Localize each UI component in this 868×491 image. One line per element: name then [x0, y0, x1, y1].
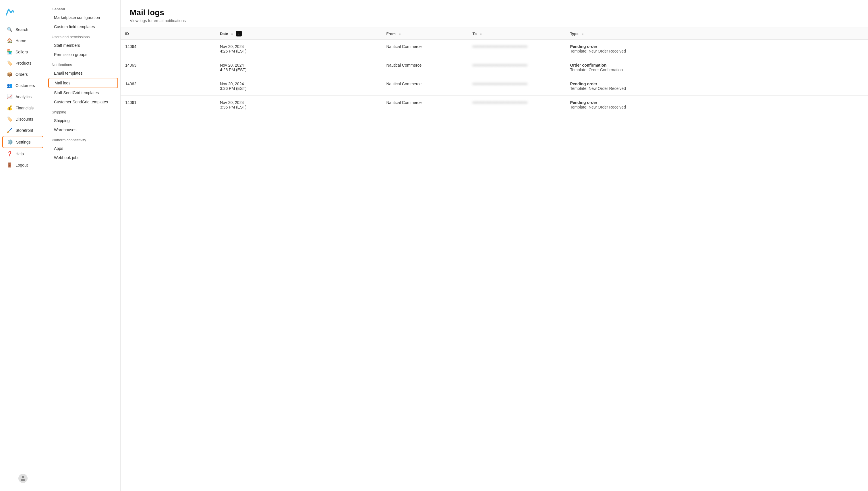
sidebar-item-label: Search: [16, 27, 28, 32]
settings-icon: ⚙️: [7, 139, 13, 145]
type-label: Pending order: [570, 82, 597, 86]
webhook-jobs-item[interactable]: Webhook jobs: [46, 153, 120, 162]
sidebar-item-label: Discounts: [16, 117, 33, 121]
cell-from: Nautical Commerce: [382, 96, 468, 114]
col-to: To ≡: [468, 28, 566, 40]
col-type-label: Type: [570, 32, 578, 36]
cell-id: 14062: [121, 77, 215, 96]
search-icon: 🔍: [7, 27, 12, 32]
col-from-label: From: [386, 32, 396, 36]
left-navigation: 🔍 Search 🏠 Home 🏪 Sellers 🏷️ Products 📦 …: [0, 0, 46, 491]
sidebar-item-customers[interactable]: 👥 Customers: [2, 80, 44, 91]
type-template: Template: New Order Received: [570, 49, 626, 53]
sidebar-item-label: Orders: [16, 72, 28, 77]
products-icon: 🏷️: [7, 60, 12, 66]
sidebar-item-label: Products: [16, 61, 31, 65]
sidebar-item-storefront[interactable]: 🖌️ Storefront: [2, 125, 44, 136]
avatar: [18, 474, 28, 483]
type-template: Template: New Order Received: [570, 86, 626, 91]
apps-item[interactable]: Apps: [46, 144, 120, 153]
sidebar-item-products[interactable]: 🏷️ Products: [2, 57, 44, 68]
cell-date: Nov 20, 20244:26 PM (EST): [215, 58, 382, 77]
notifications-header: Notifications: [46, 59, 120, 68]
sidebar-item-sellers[interactable]: 🏪 Sellers: [2, 46, 44, 57]
users-permissions-header: Users and permissions: [46, 31, 120, 41]
custom-field-templates-item[interactable]: Custom field templates: [46, 22, 120, 31]
sidebar-item-settings[interactable]: ⚙️ Settings: [2, 136, 44, 148]
date-filter-btn[interactable]: ≡: [229, 31, 235, 36]
app-logo: [5, 7, 15, 17]
sidebar-item-label: Customers: [16, 83, 35, 88]
sidebar-item-help[interactable]: ❓ Help: [2, 148, 44, 160]
email-templates-item[interactable]: Email templates: [46, 68, 120, 78]
customers-icon: 👥: [7, 83, 12, 88]
col-type: Type ≡: [566, 28, 868, 40]
date-sort-btn[interactable]: ↓: [236, 31, 242, 36]
sidebar-item-discounts[interactable]: 🏷️ Discounts: [2, 113, 44, 125]
sidebar-item-logout[interactable]: 🚪 Logout: [2, 160, 44, 171]
sidebar-item-label: Analytics: [16, 94, 32, 99]
sidebar-item-label: Logout: [16, 163, 28, 167]
from-filter-btn[interactable]: ≡: [397, 31, 403, 36]
cell-type: Pending order Template: New Order Receiv…: [566, 96, 868, 114]
financials-icon: 💰: [7, 105, 12, 111]
mail-logs-table-wrapper: ID Date ≡ ↓ From ≡: [121, 28, 868, 114]
page-header: Mail logs View logs for email notificati…: [121, 0, 868, 28]
platform-header: Platform connectivity: [46, 134, 120, 144]
to-filter-btn[interactable]: ≡: [478, 31, 484, 36]
warehouses-item[interactable]: Warehouses: [46, 125, 120, 134]
marketplace-config-item[interactable]: Marketplace configuration: [46, 13, 120, 22]
col-date: Date ≡ ↓: [215, 28, 382, 40]
type-label: Pending order: [570, 100, 597, 105]
cell-to: ••••••••••••••••••••••••••••••••••••••••…: [468, 77, 566, 96]
sidebar-item-label: Storefront: [16, 128, 33, 133]
type-template: Template: New Order Received: [570, 105, 626, 109]
col-id-label: ID: [125, 32, 129, 36]
sidebar-item-label: Help: [16, 152, 24, 156]
sidebar-item-home[interactable]: 🏠 Home: [2, 35, 44, 46]
page-subtitle: View logs for email notifications: [130, 18, 859, 23]
staff-members-item[interactable]: Staff members: [46, 41, 120, 50]
shipping-item[interactable]: Shipping: [46, 116, 120, 125]
cell-date: Nov 20, 20243:36 PM (EST): [215, 96, 382, 114]
user-avatar-area[interactable]: [0, 470, 46, 486]
col-date-label: Date: [220, 32, 228, 36]
cell-date: Nov 20, 20243:36 PM (EST): [215, 77, 382, 96]
to-blurred: ••••••••••••••••••••••••••••••••••••••••…: [472, 100, 527, 105]
settings-sidebar: General Marketplace configuration Custom…: [46, 0, 121, 491]
to-blurred: ••••••••••••••••••••••••••••••••••••••••…: [472, 82, 527, 86]
cell-id: 14061: [121, 96, 215, 114]
sidebar-item-label: Settings: [16, 140, 31, 144]
col-to-label: To: [472, 32, 476, 36]
type-filter-btn[interactable]: ≡: [580, 31, 585, 36]
sidebar-item-financials[interactable]: 💰 Financials: [2, 102, 44, 113]
cell-from: Nautical Commerce: [382, 58, 468, 77]
orders-icon: 📦: [7, 71, 12, 77]
table-row[interactable]: 14062 Nov 20, 20243:36 PM (EST) Nautical…: [121, 77, 868, 96]
discounts-icon: 🏷️: [7, 116, 12, 122]
cell-to: ••••••••••••••••••••••••••••••••••••••••…: [468, 40, 566, 58]
to-blurred: ••••••••••••••••••••••••••••••••••••••••…: [472, 45, 527, 49]
table-row[interactable]: 14061 Nov 20, 20243:36 PM (EST) Nautical…: [121, 96, 868, 114]
cell-type: Pending order Template: New Order Receiv…: [566, 77, 868, 96]
table-row[interactable]: 14063 Nov 20, 20244:26 PM (EST) Nautical…: [121, 58, 868, 77]
mail-logs-item[interactable]: Mail logs: [48, 78, 118, 88]
sidebar-item-analytics[interactable]: 📈 Analytics: [2, 91, 44, 102]
help-icon: ❓: [7, 151, 12, 156]
staff-sendgrid-item[interactable]: Staff SendGrid templates: [46, 88, 120, 97]
sidebar-item-label: Home: [16, 38, 26, 43]
permission-groups-item[interactable]: Permission groups: [46, 50, 120, 59]
customer-sendgrid-item[interactable]: Customer SendGrid templates: [46, 97, 120, 107]
mail-table-body: 14064 Nov 20, 20244:26 PM (EST) Nautical…: [121, 40, 868, 114]
cell-id: 14063: [121, 58, 215, 77]
table-row[interactable]: 14064 Nov 20, 20244:26 PM (EST) Nautical…: [121, 40, 868, 58]
cell-type: Pending order Template: New Order Receiv…: [566, 40, 868, 58]
cell-type: Order confirmation Template: Order Confi…: [566, 58, 868, 77]
storefront-icon: 🖌️: [7, 127, 12, 133]
sidebar-item-label: Financials: [16, 106, 34, 110]
cell-date: Nov 20, 20244:26 PM (EST): [215, 40, 382, 58]
shipping-header: Shipping: [46, 107, 120, 116]
sidebar-item-search[interactable]: 🔍 Search: [2, 24, 44, 35]
sidebar-item-orders[interactable]: 📦 Orders: [2, 68, 44, 80]
general-section-header: General: [46, 3, 120, 13]
